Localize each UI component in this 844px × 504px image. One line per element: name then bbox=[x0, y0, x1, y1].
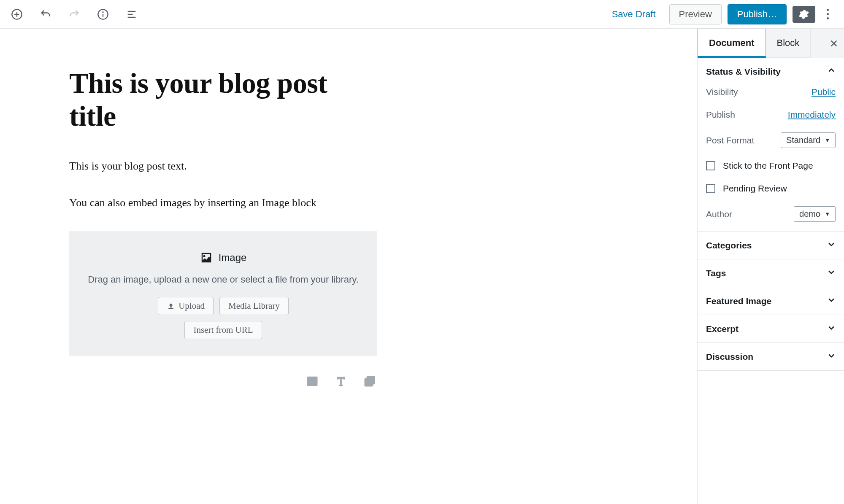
author-label: Author bbox=[706, 209, 732, 219]
publish-label: Publish bbox=[706, 110, 735, 120]
preview-button[interactable]: Preview bbox=[669, 4, 722, 24]
pending-checkbox[interactable] bbox=[706, 184, 715, 193]
block-inserter-row bbox=[69, 374, 377, 389]
svg-point-5 bbox=[103, 12, 103, 12]
post-format-value: Standard bbox=[786, 135, 820, 145]
stick-label: Stick to the Front Page bbox=[723, 161, 813, 171]
image-block-placeholder[interactable]: Image Drag an image, upload a new one or… bbox=[69, 231, 377, 356]
panel-featured-image-header[interactable]: Featured Image bbox=[698, 287, 844, 315]
panel-status-visibility: Status & Visibility Visibility Public Pu… bbox=[698, 58, 844, 232]
gallery-icon bbox=[363, 375, 376, 388]
insert-from-url-button[interactable]: Insert from URL bbox=[184, 321, 262, 339]
upload-button-label: Upload bbox=[179, 301, 205, 311]
stick-checkbox[interactable] bbox=[706, 161, 715, 170]
panel-title: Categories bbox=[706, 240, 752, 251]
top-toolbar: Save Draft Preview Publish… bbox=[0, 0, 844, 29]
panel-title: Tags bbox=[706, 268, 726, 278]
text-icon bbox=[335, 375, 347, 388]
undo-button[interactable] bbox=[37, 6, 54, 23]
settings-toggle-button[interactable] bbox=[793, 6, 815, 23]
image-icon bbox=[200, 251, 213, 264]
visibility-label: Visibility bbox=[706, 87, 738, 97]
pending-checkbox-row[interactable]: Pending Review bbox=[706, 183, 836, 194]
panel-discussion: Discussion bbox=[698, 343, 844, 371]
toolbar-left bbox=[7, 6, 140, 23]
chevron-down-icon bbox=[827, 323, 836, 334]
panel-title: Discussion bbox=[706, 352, 753, 362]
panel-status-visibility-header[interactable]: Status & Visibility bbox=[698, 58, 844, 85]
panel-title: Excerpt bbox=[706, 324, 738, 334]
visibility-value[interactable]: Public bbox=[812, 87, 836, 97]
panel-tags-header[interactable]: Tags bbox=[698, 259, 844, 287]
post-content: This is your blog post title This is you… bbox=[69, 67, 377, 356]
panel-categories: Categories bbox=[698, 232, 844, 259]
chevron-down-icon bbox=[827, 268, 836, 278]
image-block-buttons: Upload Media Library bbox=[82, 297, 365, 315]
post-format-row: Post Format Standard ▼ bbox=[706, 132, 836, 148]
redo-button[interactable] bbox=[66, 6, 83, 23]
insert-image-shortcut[interactable] bbox=[305, 374, 320, 389]
image-block-header: Image bbox=[82, 251, 365, 264]
dropdown-triangle-icon: ▼ bbox=[825, 137, 830, 143]
upload-icon bbox=[167, 302, 175, 310]
panel-discussion-header[interactable]: Discussion bbox=[698, 343, 844, 370]
more-options-button[interactable] bbox=[821, 6, 834, 23]
post-title[interactable]: This is your blog post title bbox=[69, 67, 377, 132]
stick-checkbox-row[interactable]: Stick to the Front Page bbox=[706, 161, 836, 171]
editor-canvas: This is your blog post title This is you… bbox=[0, 29, 697, 504]
visibility-row: Visibility Public bbox=[706, 87, 836, 97]
panel-status-body: Visibility Public Publish Immediately Po… bbox=[698, 85, 844, 231]
media-library-button[interactable]: Media Library bbox=[219, 297, 289, 315]
dropdown-triangle-icon: ▼ bbox=[825, 211, 830, 217]
outline-button[interactable] bbox=[123, 6, 140, 23]
image-block-label: Image bbox=[219, 252, 247, 264]
post-paragraph-1[interactable]: This is your blog post text. bbox=[69, 158, 377, 174]
post-format-label: Post Format bbox=[706, 135, 754, 146]
chevron-down-icon bbox=[827, 240, 836, 251]
tab-document[interactable]: Document bbox=[698, 29, 766, 58]
tab-block[interactable]: Block bbox=[766, 29, 811, 58]
publish-button[interactable]: Publish… bbox=[728, 4, 787, 24]
author-select[interactable]: demo ▼ bbox=[794, 206, 836, 222]
author-row: Author demo ▼ bbox=[706, 206, 836, 222]
post-paragraph-2[interactable]: You can also embed images by inserting a… bbox=[69, 194, 377, 211]
add-block-button[interactable] bbox=[8, 6, 25, 23]
info-button[interactable] bbox=[95, 6, 111, 23]
close-sidebar-button[interactable] bbox=[824, 29, 844, 58]
save-draft-button[interactable]: Save Draft bbox=[604, 5, 663, 23]
chevron-up-icon bbox=[827, 66, 836, 77]
author-value: demo bbox=[799, 209, 820, 219]
pending-label: Pending Review bbox=[723, 183, 787, 194]
image-block-description: Drag an image, upload a new one or selec… bbox=[82, 274, 365, 285]
main-layout: This is your blog post title This is you… bbox=[0, 29, 844, 504]
panel-title: Status & Visibility bbox=[706, 67, 781, 77]
toolbar-right: Save Draft Preview Publish… bbox=[604, 4, 834, 24]
panel-featured-image: Featured Image bbox=[698, 287, 844, 315]
sidebar-tabs: Document Block bbox=[698, 29, 844, 58]
insert-heading-shortcut[interactable] bbox=[333, 374, 349, 389]
post-format-select[interactable]: Standard ▼ bbox=[781, 132, 836, 148]
panel-tags: Tags bbox=[698, 259, 844, 287]
publish-value[interactable]: Immediately bbox=[788, 110, 836, 120]
publish-row: Publish Immediately bbox=[706, 110, 836, 120]
image-outline-icon bbox=[306, 375, 319, 388]
image-block-buttons-2: Insert from URL bbox=[82, 321, 365, 339]
close-icon bbox=[829, 39, 839, 48]
settings-sidebar: Document Block Status & Visibility Visib… bbox=[697, 29, 844, 504]
panel-excerpt-header[interactable]: Excerpt bbox=[698, 315, 844, 342]
panel-title: Featured Image bbox=[706, 296, 771, 306]
upload-button[interactable]: Upload bbox=[158, 297, 214, 315]
gear-icon bbox=[798, 9, 809, 20]
panel-excerpt: Excerpt bbox=[698, 315, 844, 343]
chevron-down-icon bbox=[827, 296, 836, 306]
panel-categories-header[interactable]: Categories bbox=[698, 232, 844, 259]
insert-gallery-shortcut[interactable] bbox=[362, 374, 377, 389]
chevron-down-icon bbox=[827, 351, 836, 362]
